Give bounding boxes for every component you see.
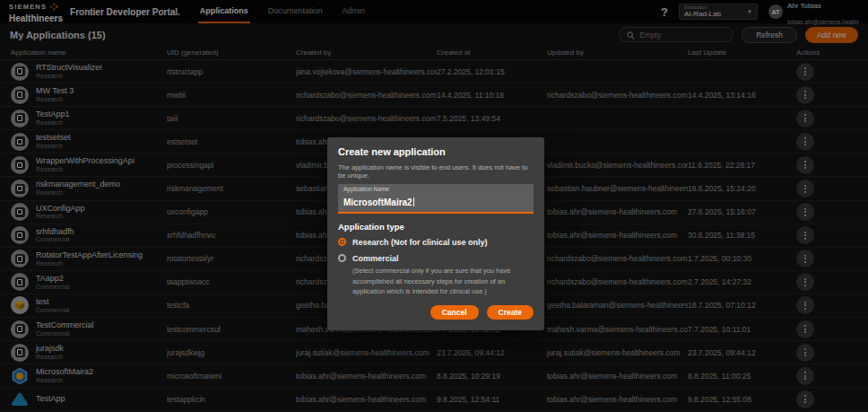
application-name-input[interactable]: Application Name MicrosoftMaira2 bbox=[338, 184, 534, 214]
research-radio-label: Research (Not for clinical use only) bbox=[352, 238, 488, 248]
radio-unselected-icon bbox=[338, 254, 346, 262]
commercial-radio-label: Commercial bbox=[352, 254, 399, 264]
create-application-dialog: Create new application The application n… bbox=[327, 137, 544, 330]
research-radio-option[interactable]: Research (Not for clinical use only) bbox=[338, 238, 534, 248]
application-name-value: MicrosoftMaira2 bbox=[343, 197, 412, 207]
frontier-developer-portal-app: SIEMENS Healthineers Frontier Developer … bbox=[0, 0, 868, 412]
radio-selected-icon bbox=[338, 238, 346, 246]
cancel-button[interactable]: Cancel bbox=[430, 305, 479, 320]
create-button[interactable]: Create bbox=[487, 305, 534, 320]
text-cursor bbox=[413, 197, 414, 206]
commercial-radio-option[interactable]: Commercial bbox=[338, 254, 534, 264]
application-name-label: Application Name bbox=[343, 186, 528, 193]
application-type-label: Application type bbox=[338, 222, 534, 232]
dialog-title: Create new application bbox=[338, 146, 534, 157]
commercial-hint: (Select commercial only if you are sure … bbox=[352, 266, 534, 296]
dialog-description: The application name is visible to end u… bbox=[338, 163, 534, 180]
